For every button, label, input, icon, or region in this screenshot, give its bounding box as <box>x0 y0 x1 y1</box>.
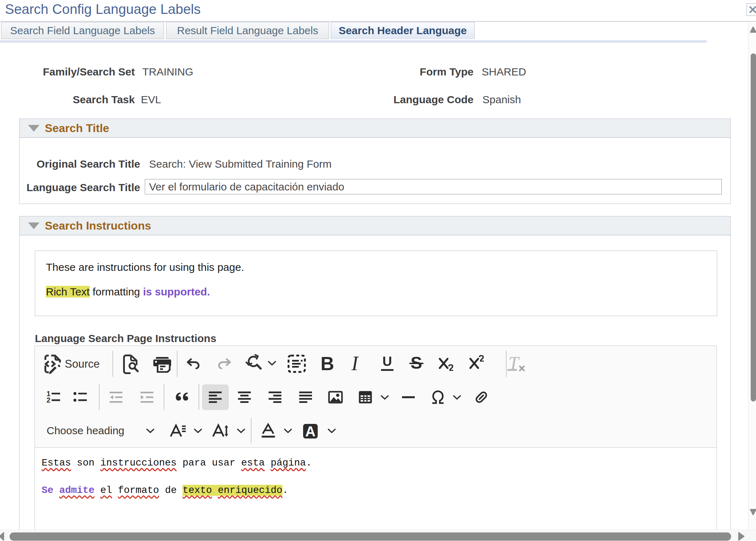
svg-text:2: 2 <box>47 396 51 404</box>
svg-text:A: A <box>305 424 316 438</box>
